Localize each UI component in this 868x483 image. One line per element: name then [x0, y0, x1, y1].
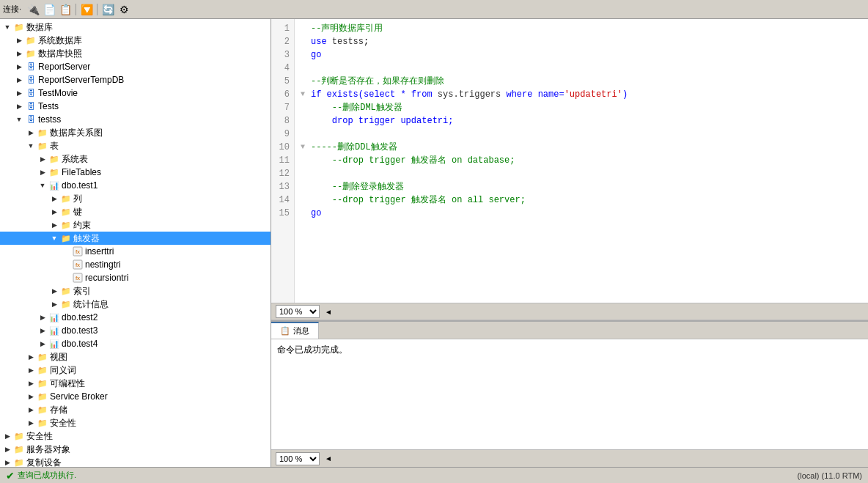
- tree-item-file-tables[interactable]: ▶📁FileTables: [0, 166, 271, 179]
- filter-button[interactable]: 🔽: [79, 2, 94, 17]
- tree-toggle-test-movie[interactable]: ▶: [13, 87, 25, 99]
- tree-item-constraints[interactable]: ▶📁约束: [0, 218, 271, 232]
- tree-toggle-synonyms[interactable]: ▶: [25, 364, 37, 376]
- list-view-button[interactable]: 📋: [58, 2, 73, 17]
- tree-item-system-databases[interactable]: ▶📁系统数据库: [0, 34, 271, 47]
- tree-item-security[interactable]: ▶📁安全性: [0, 416, 271, 429]
- nav-left-arrow[interactable]: ◄: [323, 307, 334, 317]
- tree-toggle-testss[interactable]: ▼: [13, 114, 25, 125]
- tree-toggle-tables[interactable]: ▼: [25, 140, 37, 152]
- tree-item-tables[interactable]: ▼📁表: [0, 139, 271, 152]
- code-line-10: ▼-----删除DDL触发器: [301, 141, 862, 154]
- tree-icon-db-snapshots: 📁: [25, 48, 37, 59]
- tree-item-testss[interactable]: ▼🗄testss: [0, 113, 271, 126]
- tree-item-dbo-test1[interactable]: ▼📊dbo.test1: [0, 179, 271, 192]
- tree-toggle-file-tables[interactable]: ▶: [37, 166, 48, 178]
- tree-toggle-sys-tables[interactable]: ▶: [37, 153, 48, 165]
- code-line-8: drop trigger updatetri;: [301, 114, 862, 128]
- tree-toggle-service-broker[interactable]: ▶: [25, 391, 37, 402]
- tree-toggle-keys[interactable]: ▶: [48, 206, 60, 218]
- tree-item-dbo-test4[interactable]: ▶📊dbo.test4: [0, 337, 271, 350]
- tree-toggle-security[interactable]: ▶: [25, 417, 37, 429]
- tree-item-synonyms[interactable]: ▶📁同义词: [0, 364, 271, 377]
- code-text[interactable]: --声明数据库引用use testss;go--判断是否存在，如果存在则删除▼i…: [295, 19, 868, 303]
- fold-10[interactable]: ▼: [301, 141, 309, 154]
- code-content-area[interactable]: 123456789101112131415 --声明数据库引用use tests…: [271, 19, 868, 303]
- tree-item-server-objects[interactable]: ▶📁服务器对象: [0, 443, 271, 456]
- tree-toggle-tests[interactable]: ▶: [13, 100, 25, 112]
- tree-toggle-db-snapshots[interactable]: ▶: [13, 48, 25, 59]
- tree-toggle-indexes[interactable]: ▶: [48, 285, 60, 297]
- tree-item-replication[interactable]: ▶📁复制设备: [0, 456, 271, 467]
- tree-toggle-constraints[interactable]: ▶: [48, 219, 60, 231]
- tree-item-service-broker[interactable]: ▶📁Service Broker: [0, 390, 271, 403]
- tree-toggle-programmability[interactable]: ▶: [25, 377, 37, 389]
- fold-6[interactable]: ▼: [301, 88, 309, 101]
- main-toolbar: 连接· 🔌 📄 📋 🔽 🔄 ⚙: [0, 0, 868, 19]
- zoom-select[interactable]: 100 % 75 % 125 %: [276, 305, 320, 318]
- tree-toggle-databases[interactable]: ▼: [1, 21, 13, 33]
- tree-icon-service-broker: 📁: [37, 391, 48, 402]
- tree-item-recursiontri[interactable]: fxrecursiontri: [0, 271, 271, 284]
- tree-toggle-db-diagram[interactable]: ▶: [25, 127, 37, 139]
- tree-label-tables: 表: [50, 141, 59, 150]
- tree-item-dbo-test2[interactable]: ▶📊dbo.test2: [0, 311, 271, 324]
- tree-icon-system-databases: 📁: [25, 34, 37, 46]
- tree-item-columns[interactable]: ▶📁列: [0, 192, 271, 205]
- tree-item-inserttri[interactable]: fxinserttri: [0, 245, 271, 258]
- tree-item-tests[interactable]: ▶🗄Tests: [0, 100, 271, 113]
- messages-tab-icon: 📋: [280, 326, 290, 336]
- code-seg-3-0: go: [311, 48, 321, 62]
- tree-item-triggers-folder[interactable]: ▼📁触发器: [0, 232, 271, 245]
- tree-toggle-replication[interactable]: ▶: [1, 457, 13, 467]
- tree-item-views[interactable]: ▶📁视图: [0, 350, 271, 364]
- tree-toggle-dbo-test2[interactable]: ▶: [37, 311, 48, 323]
- tree-toggle-nestingtri[interactable]: [60, 259, 72, 270]
- tree-item-db-diagram[interactable]: ▶📁数据库关系图: [0, 126, 271, 139]
- tree-toggle-views[interactable]: ▶: [25, 351, 37, 363]
- tree-item-db-snapshots[interactable]: ▶📁数据库快照: [0, 47, 271, 60]
- tree-item-storage[interactable]: ▶📁存储: [0, 403, 271, 416]
- tree-item-test-movie[interactable]: ▶🗄TestMovie: [0, 86, 271, 100]
- tree-item-keys[interactable]: ▶📁键: [0, 205, 271, 218]
- tree-toggle-dbo-test3[interactable]: ▶: [37, 325, 48, 336]
- tree-item-report-server[interactable]: ▶🗄ReportServer: [0, 60, 271, 73]
- tree-item-sys-tables[interactable]: ▶📁系统表: [0, 152, 271, 166]
- code-seg-8-0: drop trigger updatetri;: [311, 114, 453, 128]
- tree-toggle-system-databases[interactable]: ▶: [13, 34, 25, 46]
- tree-item-report-server-temp[interactable]: ▶🗄ReportServerTempDB: [0, 73, 271, 86]
- tree-item-dbo-test3[interactable]: ▶📊dbo.test3: [0, 324, 271, 337]
- tree-label-db-diagram: 数据库关系图: [50, 128, 103, 137]
- connect-button[interactable]: 🔌: [26, 2, 40, 17]
- tree-toggle-inserttri[interactable]: [60, 246, 72, 257]
- tree-toggle-recursiontri[interactable]: [60, 272, 72, 284]
- tree-toggle-triggers-folder[interactable]: ▼: [48, 232, 60, 244]
- tree-toggle-dbo-test4[interactable]: ▶: [37, 338, 48, 350]
- new-query-button[interactable]: 📄: [42, 2, 56, 17]
- tree-item-statistics[interactable]: ▶📁统计信息: [0, 298, 271, 311]
- tree-toggle-storage[interactable]: ▶: [25, 404, 37, 416]
- results-zoom-select[interactable]: 100 %: [276, 452, 320, 465]
- sync-button[interactable]: 🔄: [100, 2, 115, 17]
- tree-toggle-dbo-test1[interactable]: ▼: [37, 180, 48, 191]
- tree-label-replication: 复制设备: [26, 458, 62, 467]
- tree-item-databases[interactable]: ▼📁数据库: [0, 21, 271, 34]
- tree-item-programmability[interactable]: ▶📁可编程性: [0, 377, 271, 390]
- tree-icon-dbo-test1: 📊: [48, 180, 60, 191]
- tree-icon-dbo-test4: 📊: [48, 338, 60, 350]
- tree-icon-replication: 📁: [13, 457, 25, 467]
- tree-item-security-top[interactable]: ▶📁安全性: [0, 429, 271, 443]
- tree-item-nestingtri[interactable]: fxnestingtri: [0, 258, 271, 271]
- results-nav-arrow[interactable]: ◄: [323, 454, 334, 463]
- tree-area[interactable]: ▼📁数据库▶📁系统数据库▶📁数据库快照▶🗄ReportServer▶🗄Repor…: [0, 19, 271, 467]
- tree-toggle-security-top[interactable]: ▶: [1, 430, 13, 442]
- tree-toggle-columns[interactable]: ▶: [48, 193, 60, 204]
- tree-toggle-server-objects[interactable]: ▶: [1, 443, 13, 455]
- tree-label-dbo-test4: dbo.test4: [62, 339, 98, 348]
- properties-button[interactable]: ⚙: [117, 2, 131, 17]
- tree-toggle-report-server[interactable]: ▶: [13, 61, 25, 73]
- messages-tab[interactable]: 📋 消息: [271, 322, 319, 339]
- tree-item-indexes[interactable]: ▶📁索引: [0, 284, 271, 298]
- tree-toggle-statistics[interactable]: ▶: [48, 298, 60, 310]
- tree-toggle-report-server-temp[interactable]: ▶: [13, 74, 25, 86]
